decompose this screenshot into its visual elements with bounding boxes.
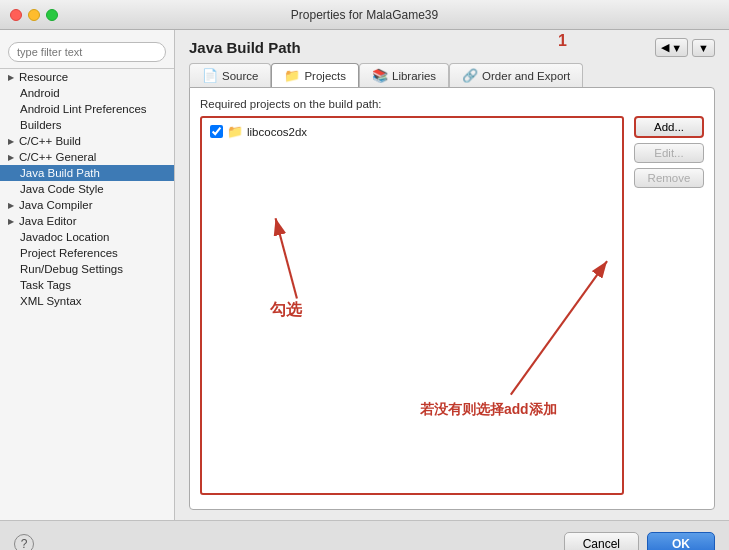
triangle-icon: ▶ [8,201,14,210]
sidebar-item-builders[interactable]: Builders [0,117,174,133]
order-export-tab-icon: 🔗 [462,68,478,83]
help-button[interactable]: ? [14,534,34,551]
traffic-lights [10,9,58,21]
projects-tab-icon: 📁 [284,68,300,83]
tab-order-export[interactable]: 🔗Order and Export [449,63,583,87]
content-area: Java Build Path ◀ ▼ ▼ 📄Source📁Projects📚L… [175,30,729,520]
sidebar-item-resource[interactable]: ▶Resource [0,69,174,85]
sidebar-item-task-tags[interactable]: Task Tags [0,277,174,293]
sidebar-item-label: Java Code Style [20,183,104,195]
filter-wrap [0,36,174,69]
project-checkbox[interactable] [210,125,223,138]
sidebar-item-java-editor[interactable]: ▶Java Editor [0,213,174,229]
bottom-bar: ? Cancel OK [0,520,729,550]
triangle-icon: ▶ [8,137,14,146]
add-button[interactable]: Add... [634,116,704,138]
source-tab-icon: 📄 [202,68,218,83]
sidebar-item-java-compiler[interactable]: ▶Java Compiler [0,197,174,213]
sidebar-item-java-code-style[interactable]: Java Code Style [0,181,174,197]
source-tab-label: Source [222,70,258,82]
project-folder-icon: 📁 [227,124,243,139]
window-title: Properties for MalaGame39 [291,8,438,22]
close-button[interactable] [10,9,22,21]
libraries-tab-label: Libraries [392,70,436,82]
libraries-tab-icon: 📚 [372,68,388,83]
sidebar-item-cpp-general[interactable]: ▶C/C++ General [0,149,174,165]
filter-input[interactable] [8,42,166,62]
projects-list[interactable]: 📁 libcocos2dx [200,116,624,495]
sidebar-item-java-build-path[interactable]: Java Build Path [0,165,174,181]
triangle-icon: ▶ [8,73,14,82]
sidebar-item-label: Builders [20,119,62,131]
sidebar-item-label: XML Syntax [20,295,82,307]
tab-projects[interactable]: 📁Projects [271,63,359,87]
sidebar-item-label: C/C++ General [19,151,96,163]
back-button[interactable]: ◀ ▼ [655,38,688,57]
sidebar-item-label: Android Lint Preferences [20,103,147,115]
sidebar-item-label: Run/Debug Settings [20,263,123,275]
header-icons: ◀ ▼ ▼ [655,38,715,57]
sidebar-item-label: C/C++ Build [19,135,81,147]
sidebar-item-javadoc-location[interactable]: Javadoc Location [0,229,174,245]
bottom-buttons: Cancel OK [564,532,715,551]
projects-panel: 📁 libcocos2dx Add... Edit... Remove [200,116,704,495]
content-header: Java Build Path ◀ ▼ ▼ [175,30,729,57]
triangle-icon: ▶ [8,217,14,226]
tab-libraries[interactable]: 📚Libraries [359,63,449,87]
tab-source[interactable]: 📄Source [189,63,271,87]
title-bar: Properties for MalaGame39 [0,0,729,30]
sidebar-item-label: Project References [20,247,118,259]
sidebar-item-label: Java Compiler [19,199,93,211]
sidebar-item-label: Android [20,87,60,99]
remove-button[interactable]: Remove [634,168,704,188]
sidebar-item-run-debug[interactable]: Run/Debug Settings [0,261,174,277]
minimize-button[interactable] [28,9,40,21]
maximize-button[interactable] [46,9,58,21]
forward-button[interactable]: ▼ [692,39,715,57]
tab-content: Required projects on the build path: 📁 l… [189,87,715,510]
action-buttons: Add... Edit... Remove [634,116,704,495]
order-export-tab-label: Order and Export [482,70,570,82]
triangle-icon: ▶ [8,153,14,162]
sidebar-item-xml-syntax[interactable]: XML Syntax [0,293,174,309]
project-item[interactable]: 📁 libcocos2dx [206,122,618,141]
ok-button[interactable]: OK [647,532,715,551]
sidebar-item-android-lint[interactable]: Android Lint Preferences [0,101,174,117]
project-name: libcocos2dx [247,126,307,138]
sidebar-item-android[interactable]: Android [0,85,174,101]
sidebar-item-label: Resource [19,71,68,83]
sidebar-item-label: Javadoc Location [20,231,110,243]
tabs-bar: 📄Source📁Projects📚Libraries🔗Order and Exp… [175,57,729,87]
edit-button[interactable]: Edit... [634,143,704,163]
projects-tab-label: Projects [304,70,346,82]
main-container: ▶ResourceAndroidAndroid Lint Preferences… [0,30,729,520]
back-icon: ▼ [671,42,682,54]
sidebar-item-label: Java Editor [19,215,77,227]
sidebar-item-label: Java Build Path [20,167,100,179]
sidebar-item-project-references[interactable]: Project References [0,245,174,261]
sidebar-item-label: Task Tags [20,279,71,291]
cancel-button[interactable]: Cancel [564,532,639,551]
required-label: Required projects on the build path: [200,98,704,110]
sidebar-item-cpp-build[interactable]: ▶C/C++ Build [0,133,174,149]
sidebar: ▶ResourceAndroidAndroid Lint Preferences… [0,30,175,520]
content-title: Java Build Path [189,39,301,56]
